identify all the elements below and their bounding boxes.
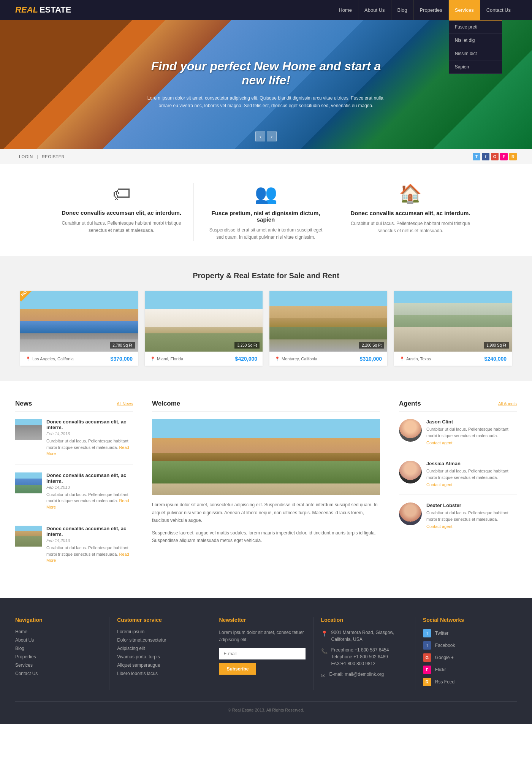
footer-nav-properties[interactable]: Properties xyxy=(15,654,101,659)
phone-icon: 📞 xyxy=(321,647,328,667)
footer-location-title: Location xyxy=(321,617,407,623)
footer-nav-blog[interactable]: Blog xyxy=(15,646,101,651)
header: REAL ESTATE Home About Us Blog Propertie… xyxy=(0,0,532,20)
social-rss[interactable]: R Rss Feed xyxy=(423,678,509,686)
social-twitter[interactable]: T Twitter xyxy=(423,629,509,637)
contact-agent-1[interactable]: Contact agent xyxy=(426,441,517,445)
welcome-column: Welcome Lorem ipsum dolor sit amet, cons… xyxy=(152,400,380,579)
facebook-icon-bar[interactable]: f xyxy=(482,153,489,160)
agent-name-1: Jason Clint xyxy=(426,419,517,425)
sqft-1: 2,700 Sq Ft xyxy=(110,342,135,349)
dropdown-sapien[interactable]: Sapien xyxy=(449,60,502,74)
news-date-3: Feb 14,2013 xyxy=(46,538,133,543)
feature-3: 🏠 Donec convallis accumsan elit, ac inte… xyxy=(338,183,483,241)
flickr-icon: F xyxy=(423,666,431,674)
feature-title-1: Donec convallis accumsan elit, ac interd… xyxy=(61,209,182,216)
features-section: 🏷 Donec convallis accumsan elit, ac inte… xyxy=(0,164,532,256)
properties-title: Property & Real Estate for Sale and Rent xyxy=(15,271,517,280)
welcome-title: Welcome xyxy=(152,400,180,407)
property-card-1[interactable]: HOT DEAL 2,700 Sq Ft 📍 Los Angeles, Cali… xyxy=(20,291,138,366)
flickr-icon-bar[interactable]: F xyxy=(500,153,508,160)
property-info-4: 📍 Austin, Texas $240,000 xyxy=(394,352,512,366)
footer-service-5[interactable]: Aliquet semperaugue xyxy=(117,663,203,668)
properties-section: Property & Real Estate for Sale and Rent… xyxy=(0,256,532,381)
social-flickr[interactable]: F Flickr xyxy=(423,666,509,674)
nav-contact[interactable]: Contact Us xyxy=(480,0,517,20)
login-link[interactable]: LOGIN xyxy=(15,154,37,159)
logo-real: REAL xyxy=(15,5,38,15)
rss-icon-bar[interactable]: R xyxy=(509,153,517,160)
property-image-1: HOT DEAL 2,700 Sq Ft xyxy=(20,291,138,352)
footer-nav-title: Navigation xyxy=(15,617,101,623)
nav-services[interactable]: Services Fusce preti Nisl et dig Nissim … xyxy=(448,0,480,20)
feature-icon-1: 🏷 xyxy=(61,183,182,204)
agent-item-1: Jason Clint Curabitur ut dui lacus. Pell… xyxy=(399,419,517,453)
dropdown-nissim[interactable]: Nissim dict xyxy=(449,47,502,60)
agent-info-3: Dexter Lobster Curabitur ut dui lacus. P… xyxy=(426,502,517,529)
feature-1: 🏷 Donec convallis accumsan elit, ac inte… xyxy=(49,183,194,241)
agent-info-1: Jason Clint Curabitur ut dui lacus. Pell… xyxy=(426,419,517,445)
feature-title-3: Donec convallis accumsan elit, ac interd… xyxy=(350,210,471,216)
news-item-title-2: Donec convallis accumsan elit, ac interm… xyxy=(46,472,133,484)
news-column: News All News Donec convallis accumsan e… xyxy=(15,400,133,579)
hero-arrows: ‹ › xyxy=(255,132,277,141)
all-agents-link[interactable]: All Agents xyxy=(498,401,517,406)
hero-content: Find your perfect New Home and start a n… xyxy=(133,59,399,110)
feature-2: 👥 Fusce pretium, nisl et dignissim dictu… xyxy=(194,183,338,241)
footer-service-title: Customer service xyxy=(117,617,203,623)
location-email: ✉ E-mail: mail@demolink.org xyxy=(321,671,407,680)
hero-next[interactable]: › xyxy=(267,132,277,141)
property-image-3: 2,200 Sq Ft xyxy=(269,291,387,352)
nav-about[interactable]: About Us xyxy=(358,0,391,20)
facebook-icon: f xyxy=(423,641,431,650)
contact-agent-3[interactable]: Contact agent xyxy=(426,524,517,529)
social-icons-bar: T f G F R xyxy=(473,153,517,160)
property-card-3[interactable]: 2,200 Sq Ft 📍 Montarey, Califonia $310,0… xyxy=(269,291,387,366)
register-link[interactable]: REGISTER xyxy=(38,154,68,159)
property-card-4[interactable]: 1,900 Sq Ft 📍 Austin, Texas $240,000 xyxy=(394,291,512,366)
news-text-3: Curabitur ut dui lacus. Pellentesque hab… xyxy=(46,545,133,564)
newsletter-subscribe-button[interactable]: Subscribe xyxy=(219,663,256,675)
property-price-3: $310,000 xyxy=(360,356,382,362)
nav-properties[interactable]: Properties xyxy=(413,0,448,20)
all-news-link[interactable]: All News xyxy=(117,401,133,406)
email-icon: ✉ xyxy=(321,672,326,680)
dropdown-nisl[interactable]: Nisl et dig xyxy=(449,34,502,47)
googleplus-icon-bar[interactable]: G xyxy=(491,153,499,160)
agents-title: Agents xyxy=(399,400,421,407)
sqft-3: 2,200 Sq Ft xyxy=(359,342,384,349)
twitter-icon-bar[interactable]: T xyxy=(473,153,480,160)
footer-nav-services[interactable]: Services xyxy=(15,663,101,668)
login-bar: LOGIN | REGISTER T f G F R xyxy=(0,149,532,164)
logo[interactable]: REAL ESTATE xyxy=(15,5,71,15)
footer-service-6[interactable]: Libero lobortis lacus xyxy=(117,671,203,676)
news-date-2: Feb 14,2013 xyxy=(46,485,133,490)
pin-icon-1: 📍 xyxy=(25,357,31,361)
dropdown-fusce[interactable]: Fusce preti xyxy=(449,21,502,34)
contact-agent-2[interactable]: Contact agent xyxy=(426,482,517,487)
property-location-2: 📍 Miami, Florida xyxy=(150,357,183,361)
property-price-1: $370,000 xyxy=(111,356,133,362)
newsletter-email-input[interactable] xyxy=(219,648,305,659)
footer-nav-about[interactable]: About Us xyxy=(15,637,101,643)
footer-service-1[interactable]: Loremi ipsum xyxy=(117,629,203,634)
social-googleplus[interactable]: G Google + xyxy=(423,653,509,662)
social-facebook[interactable]: f Facebook xyxy=(423,641,509,650)
footer-social: Social Networks T Twitter f Facebook G G… xyxy=(415,617,517,690)
services-dropdown: Fusce preti Nisl et dig Nissim dict Sapi… xyxy=(449,20,502,74)
hero-prev[interactable]: ‹ xyxy=(255,132,265,141)
feature-icon-3: 🏠 xyxy=(350,183,471,204)
footer-service-4[interactable]: Vivamus porta, turpis xyxy=(117,654,203,659)
agents-header: Agents All Agents xyxy=(399,400,517,412)
footer-nav-contact[interactable]: Contact Us xyxy=(15,671,101,676)
agent-photo-3 xyxy=(399,502,422,525)
address-icon: 📍 xyxy=(321,630,328,643)
rss-icon: R xyxy=(423,678,431,686)
nav-home[interactable]: Home xyxy=(332,0,358,20)
footer-service-3[interactable]: Adipiscing elit xyxy=(117,646,203,651)
nav-blog[interactable]: Blog xyxy=(391,0,413,20)
property-card-2[interactable]: 3,250 Sq Ft 📍 Miami, Florida $420,000 xyxy=(145,291,263,366)
footer-social-title: Social Networks xyxy=(423,617,509,623)
footer-service-2[interactable]: Dolor sitmet,consectetur xyxy=(117,637,203,643)
footer-nav-home[interactable]: Home xyxy=(15,629,101,634)
